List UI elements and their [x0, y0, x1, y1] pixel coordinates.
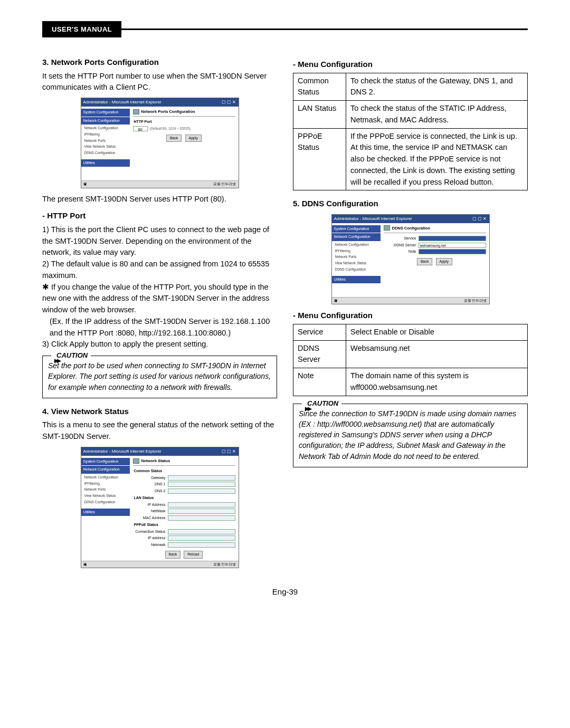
caution-body-left: Set the port to be used when connecting …	[48, 361, 271, 391]
http-p3-example: (Ex. If the IP address of the SMT-190DN …	[42, 316, 277, 339]
sidebar-item-system[interactable]: System Configuration	[81, 458, 130, 466]
sidebar-sub-netconf[interactable]: Network Configuration	[332, 242, 381, 248]
section-4-intro: This is a menu to see the general status…	[42, 419, 277, 443]
sidebar-sub-netconf[interactable]: Network Configuration	[81, 474, 130, 481]
field-gateway	[168, 475, 235, 481]
caution-label: CAUTION	[51, 351, 91, 361]
caution-text-label: CAUTION	[307, 399, 338, 409]
menu-config-table-2: ServiceSelect Enable or Disable DDNS Ser…	[293, 324, 528, 396]
sidebar-item-network[interactable]: Network Configuration	[81, 466, 130, 474]
section-5-title: 5. DDNS Configuration	[293, 198, 528, 210]
back-button[interactable]: Back	[165, 551, 181, 559]
ss-main-panel: Network Status Common Status Gateway DNS…	[130, 456, 239, 561]
sidebar-sub-ports[interactable]: Network Ports	[332, 254, 381, 260]
back-button[interactable]: Back	[166, 135, 182, 142]
cell: Websamsung.net	[346, 340, 528, 368]
header-rule	[121, 28, 528, 30]
table-row: DDNS ServerWebsamsung.net	[293, 340, 528, 368]
panel-title: DDNS Configuration	[392, 225, 431, 231]
left-column: 3. Network Ports Configuration It sets t…	[42, 53, 277, 573]
label-gateway: Gateway	[133, 475, 166, 481]
sidebar-sub-status[interactable]: View Network Status	[332, 260, 381, 266]
label-mac: MAC Address	[133, 515, 166, 521]
sidebar-item-system[interactable]: System Configuration	[332, 225, 381, 233]
panel-icon	[133, 109, 139, 114]
manual-badge: USER'S MANUAL	[42, 21, 121, 37]
http-p1: 1) This is the port the Client PC uses t…	[42, 224, 277, 258]
sidebar-sub-ipfilter[interactable]: IPFiltering	[81, 481, 130, 487]
service-select[interactable]	[419, 236, 486, 241]
apply-button[interactable]: Apply	[436, 258, 453, 266]
sidebar-sub-status[interactable]: View Network Status	[81, 143, 130, 150]
sidebar-item-network[interactable]: Network Configuration	[81, 117, 130, 125]
ddns-server-input[interactable]: websamsung.net	[419, 243, 486, 248]
ss-main-panel: DDNS Configuration Service DDNS Serverwe…	[381, 223, 489, 297]
sidebar-sub-ipfilter[interactable]: IPFiltering	[332, 248, 381, 254]
label-conn: Connection Status	[133, 529, 166, 535]
back-button[interactable]: Back	[417, 258, 433, 266]
field-dns1	[168, 482, 235, 487]
right-column: - Menu Configuration Common StatusTo che…	[293, 53, 528, 573]
sidebar-sub-netconf[interactable]: Network Configuration	[81, 125, 130, 131]
caution-body-right: Since the connection to SMT-190DN is mad…	[299, 409, 516, 461]
table-row: PPPoE StatusIf the PPPoE service is conn…	[293, 128, 528, 190]
screenshot-network-ports: Administrator - Microsoft Internet Explo…	[81, 98, 239, 188]
ss-main-panel: Network Ports Configuration HTTP Port 80…	[130, 107, 239, 180]
http-p2: 2) The default value is 80 and can be as…	[42, 258, 277, 282]
sidebar-sub-ddns[interactable]: DDNS Configuration	[332, 266, 381, 273]
table-row: LAN StatusTo check the status of the STA…	[293, 101, 528, 129]
group-pppoe: PPPoE Status	[134, 522, 235, 528]
reload-button[interactable]: Reload	[184, 551, 203, 559]
field-pip	[168, 535, 235, 541]
label-note: Note	[384, 249, 416, 255]
caution-box-left: CAUTION Set the port to be used when con…	[42, 356, 277, 398]
sidebar-sub-ddns[interactable]: DDNS Configuration	[81, 150, 130, 156]
header-bar: USER'S MANUAL	[42, 21, 528, 37]
menu-config-heading-2: - Menu Configuration	[293, 310, 528, 322]
group-lan: LAN Status	[134, 495, 235, 501]
sidebar-sub-status[interactable]: View Network Status	[81, 493, 130, 499]
field-pnm	[168, 542, 235, 548]
panel-title: Network Ports Configuration	[141, 109, 195, 114]
label-pnm: Netmask	[133, 542, 166, 548]
ss-titlebar: Administrator - Microsoft Internet Explo…	[81, 447, 239, 456]
window-controls-icon: ▢ ▢ ✕	[222, 448, 236, 455]
sidebar-sub-ddns[interactable]: DDNS Configuration	[81, 499, 130, 505]
panel-title: Network Status	[141, 458, 170, 464]
sidebar-sub-ports[interactable]: Network Ports	[81, 138, 130, 144]
sidebar-sub-ipfilter[interactable]: IPFiltering	[81, 131, 130, 138]
two-column-layout: 3. Network Ports Configuration It sets t…	[42, 53, 528, 573]
caution-text-label: CAUTION	[56, 351, 88, 361]
ss-window-title: Administrator - Microsoft Internet Explo…	[83, 448, 162, 455]
label-dns2: DNS 2	[133, 488, 166, 494]
screenshot-ddns: Administrator - Microsoft Internet Explo…	[331, 214, 490, 305]
sidebar-item-utilities[interactable]: Utilities	[81, 159, 130, 167]
cell: Select Enable or Disable	[346, 324, 528, 340]
sidebar-sub-ports[interactable]: Network Ports	[81, 486, 130, 493]
cell: If the PPPoE service is connected, the L…	[346, 128, 528, 190]
sidebar-item-system[interactable]: System Configuration	[81, 109, 130, 117]
apply-button[interactable]: Apply	[185, 135, 202, 142]
section-3-intro: It sets the HTTP Port number to use when…	[42, 71, 277, 94]
label-service: Service	[384, 236, 416, 242]
sidebar-item-network[interactable]: Network Configuration	[332, 233, 381, 241]
panel-icon	[133, 458, 139, 464]
field-conn	[168, 529, 235, 534]
section-4-title: 4. View Network Status	[42, 406, 277, 418]
cell: LAN Status	[293, 101, 346, 129]
sidebar-item-utilities[interactable]: Utilities	[332, 276, 381, 284]
panel-icon	[384, 225, 390, 231]
section-3-title: 3. Network Ports Configuration	[42, 56, 277, 69]
ie-zone: 로컬 인트라넷	[213, 181, 236, 187]
cell: To check the status of the STATIC IP Add…	[346, 101, 528, 129]
screenshot-network-status: Administrator - Microsoft Internet Explo…	[81, 447, 239, 568]
table-row: Common StatusTo check the status of the …	[293, 73, 528, 101]
ss-titlebar: Administrator - Microsoft Internet Explo…	[332, 215, 489, 223]
caution-label: CAUTION	[302, 399, 341, 409]
http-port-input[interactable]: 80	[133, 126, 148, 131]
ss-window-title: Administrator - Microsoft Internet Explo…	[334, 216, 412, 222]
table-row: ServiceSelect Enable or Disable	[293, 324, 528, 340]
cell: DDNS Server	[293, 340, 346, 368]
sidebar-item-utilities[interactable]: Utilities	[81, 509, 130, 516]
ie-zone: 로컬 인트라넷	[213, 562, 236, 568]
